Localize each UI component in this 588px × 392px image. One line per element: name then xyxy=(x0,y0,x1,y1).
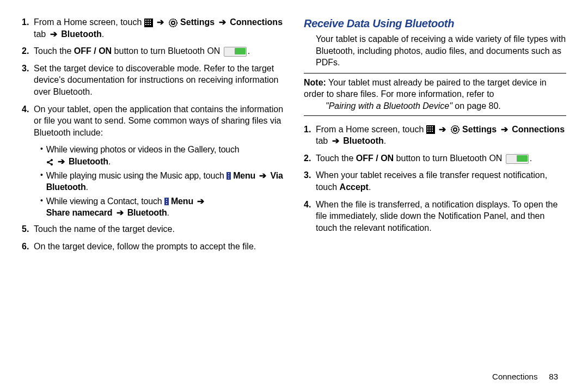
bluetooth-label: Bluetooth xyxy=(343,136,384,145)
svg-rect-5 xyxy=(148,22,149,23)
svg-point-20 xyxy=(228,177,229,179)
text: . xyxy=(108,157,111,166)
text: Touch the xyxy=(34,46,74,56)
arrow-icon: ➔ xyxy=(439,124,446,136)
step-number: 2. xyxy=(22,45,34,57)
svg-rect-34 xyxy=(432,131,433,132)
r-step-1: 1. From a Home screen, touch ➔ Settings … xyxy=(304,124,566,147)
r-step-4: 4. When the file is transferred, a notif… xyxy=(304,199,566,234)
bullet-gallery: • While viewing photos or videos in the … xyxy=(40,144,284,167)
svg-line-15 xyxy=(48,160,52,162)
text: button to turn Bluetooth ON xyxy=(112,46,223,56)
step-1: 1. From a Home screen, touch ➔ Settings … xyxy=(22,16,284,40)
bullet-icon: • xyxy=(40,144,43,167)
step-3: 3. Set the target device to discoverable… xyxy=(22,63,284,98)
text: While playing music using the Music app,… xyxy=(46,171,226,180)
settings-label: Settings xyxy=(180,17,215,27)
svg-point-24 xyxy=(166,203,167,204)
share-namecard-label: Share namecard xyxy=(46,208,113,217)
text: While viewing photos or videos in the Ga… xyxy=(46,145,240,154)
svg-rect-3 xyxy=(150,20,151,21)
text: From a Home screen, touch xyxy=(34,17,144,27)
menu-dots-icon xyxy=(164,198,169,205)
text: . xyxy=(384,136,386,145)
section-heading: Receive Data Using Bluetooth xyxy=(304,16,566,31)
share-icon xyxy=(46,158,54,166)
note-reference: "Pairing with a Bluetooth Device" xyxy=(326,101,452,111)
note-body: Your tablet must already be paired to th… xyxy=(304,78,547,99)
svg-rect-32 xyxy=(427,131,428,132)
arrow-icon: ➔ xyxy=(332,135,339,147)
note-page: on page 80. xyxy=(452,101,501,111)
text: tab xyxy=(316,136,330,145)
step-number: 3. xyxy=(22,63,34,98)
bullet-icon: • xyxy=(40,195,43,219)
apps-grid-icon xyxy=(426,125,435,134)
text: . xyxy=(530,154,532,163)
footer-section: Connections xyxy=(492,372,537,381)
footer-page-number: 83 xyxy=(549,372,558,381)
svg-rect-31 xyxy=(432,128,433,130)
step-number: 3. xyxy=(304,169,316,193)
intro-text: Your tablet is capable of receiving a wi… xyxy=(316,33,566,69)
text: While viewing a Contact, touch xyxy=(46,197,164,206)
text: Touch the name of the target device. xyxy=(34,223,284,235)
svg-rect-33 xyxy=(430,131,431,132)
bullet-contact: • While viewing a Contact, touch Menu ➔ … xyxy=(40,195,284,219)
r-step-2: 2. Touch the OFF / ON button to turn Blu… xyxy=(304,152,566,164)
arrow-icon: ➔ xyxy=(259,170,266,182)
left-column: 1. From a Home screen, touch ➔ Settings … xyxy=(22,16,284,381)
step-number: 5. xyxy=(22,223,34,235)
offon-label: OFF / ON xyxy=(356,154,394,163)
step-number: 6. xyxy=(22,241,34,253)
settings-gear-icon xyxy=(168,18,178,28)
menu-label: Menu xyxy=(233,171,255,180)
step-2: 2. Touch the OFF / ON button to turn Blu… xyxy=(22,45,284,57)
svg-point-22 xyxy=(166,199,167,200)
svg-line-16 xyxy=(48,162,52,164)
step-number: 1. xyxy=(304,124,316,147)
offon-label: OFF / ON xyxy=(74,46,112,56)
menu-label: Menu xyxy=(171,197,193,206)
svg-rect-9 xyxy=(150,24,151,25)
arrow-icon: ➔ xyxy=(501,124,508,136)
step-number: 4. xyxy=(304,199,316,234)
svg-rect-1 xyxy=(145,20,146,21)
text: tab xyxy=(34,29,48,39)
bluetooth-label: Bluetooth xyxy=(61,29,102,39)
page-footer: Connections 83 xyxy=(492,372,558,381)
text: . xyxy=(167,208,169,217)
arrow-icon: ➔ xyxy=(157,16,164,28)
svg-rect-30 xyxy=(430,128,431,130)
arrow-icon: ➔ xyxy=(50,28,57,40)
text: Set the target device to discoverable mo… xyxy=(34,63,284,98)
note-block: Note: Your tablet must already be paired… xyxy=(304,73,566,116)
svg-rect-26 xyxy=(427,126,428,127)
step-5: 5. Touch the name of the target device. xyxy=(22,223,284,235)
settings-label: Settings xyxy=(462,125,497,134)
text: . xyxy=(86,182,88,192)
toggle-on-icon xyxy=(224,47,247,57)
apps-grid-icon xyxy=(144,19,153,27)
text: Touch the xyxy=(316,154,356,163)
svg-point-19 xyxy=(228,175,229,176)
svg-rect-4 xyxy=(145,22,146,23)
svg-rect-8 xyxy=(148,24,149,25)
step-number: 4. xyxy=(22,103,34,139)
right-column: Receive Data Using Bluetooth Your tablet… xyxy=(304,16,566,381)
text: From a Home screen, touch xyxy=(316,125,426,134)
bluetooth-label: Bluetooth xyxy=(69,157,108,166)
step-4: 4. On your tablet, open the application … xyxy=(22,103,284,139)
text: On the target device, follow the prompts… xyxy=(34,241,284,253)
step-6: 6. On the target device, follow the prom… xyxy=(22,241,284,253)
arrow-icon: ➔ xyxy=(197,195,204,207)
svg-rect-28 xyxy=(432,126,433,127)
svg-rect-7 xyxy=(145,24,146,25)
connections-label: Connections xyxy=(230,17,283,27)
svg-rect-6 xyxy=(150,22,151,23)
svg-point-18 xyxy=(228,173,229,174)
svg-point-10 xyxy=(169,19,177,27)
bullet-icon: • xyxy=(40,170,43,193)
text: On your tablet, open the application tha… xyxy=(34,103,284,139)
settings-gear-icon xyxy=(450,125,460,134)
